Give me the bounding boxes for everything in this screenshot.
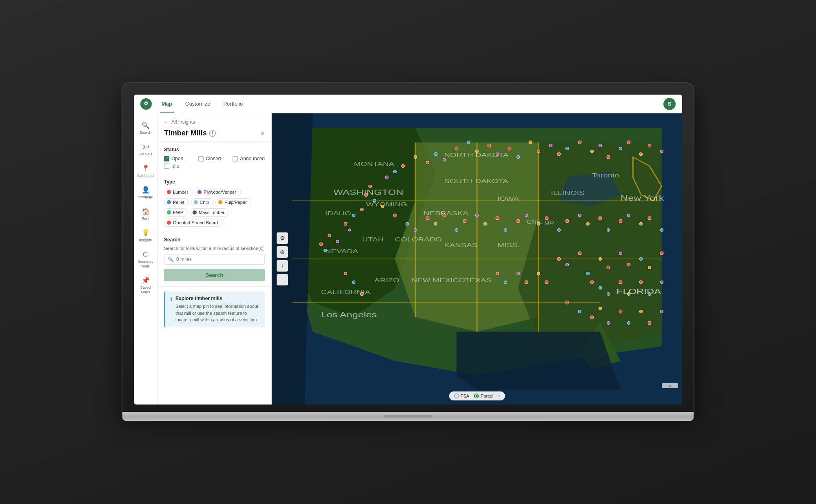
svg-text:KANSAS: KANSAS xyxy=(444,242,478,248)
chip-pulp-paper[interactable]: Pulp/Paper xyxy=(215,198,251,206)
back-link-label: All Insights xyxy=(171,119,195,125)
scale-label: ● xyxy=(669,384,671,388)
status-section: Status Open Closed xyxy=(157,142,271,174)
main-content: 🔍 Search 🏷 For Sale 📍 Sold Land 👤 Mortga… xyxy=(134,113,682,405)
zoom-in-button[interactable]: + xyxy=(277,260,288,272)
sidebar-label-mortgage: Mortgage xyxy=(137,195,153,199)
panel-title-row: Timber Mills i × xyxy=(164,129,265,137)
sidebar-label-sold-land: Sold Land xyxy=(137,174,154,178)
panel: ← All Insights Timber Mills i × xyxy=(157,113,272,405)
info-box-title: Explore timber mills xyxy=(175,296,260,301)
panel-header: ← All Insights Timber Mills i × xyxy=(157,113,271,142)
user-avatar[interactable]: S xyxy=(663,98,676,110)
rent-icon: 🏠 xyxy=(141,207,150,216)
search-label: Search xyxy=(164,237,265,243)
svg-text:NEBRASKA: NEBRASKA xyxy=(424,210,468,217)
sidebar-label-for-sale: For Sale xyxy=(138,152,152,157)
settings-button[interactable]: ⚙ xyxy=(277,232,288,244)
status-idle-label: Idle xyxy=(171,163,179,169)
sidebar-item-rent[interactable]: 🏠 Rent xyxy=(135,203,156,224)
svg-text:NEVADA: NEVADA xyxy=(325,248,359,254)
sidebar-item-boundary-tools[interactable]: ⬡ Boundary Tools xyxy=(135,247,156,272)
checkbox-open[interactable] xyxy=(164,156,169,161)
nav-tabs: Map Customize Portfolio xyxy=(160,95,663,112)
map-area[interactable]: WASHINGTON MONTANA NORTH DAKOTA SOUTH DA… xyxy=(272,113,682,405)
sidebar-label-rent: Rent xyxy=(142,217,149,221)
fsa-radio-dot xyxy=(454,393,459,398)
svg-text:Toronto: Toronto xyxy=(592,172,619,179)
svg-text:MONTANA: MONTANA xyxy=(354,160,394,167)
fsa-label: FSA xyxy=(461,393,469,398)
search-section: Search Search for Mills within a mile ra… xyxy=(157,232,271,287)
svg-text:CALIFORNIA: CALIFORNIA xyxy=(321,289,370,295)
sidebar-item-for-sale[interactable]: 🏷 For Sale xyxy=(135,139,156,160)
status-idle[interactable]: Idle xyxy=(164,163,195,169)
svg-text:Chic go: Chic go xyxy=(526,219,554,225)
chip-chip[interactable]: Chip xyxy=(191,198,214,206)
sidebar-label-boundary-tools: Boundary Tools xyxy=(137,260,155,269)
status-announced[interactable]: Announced xyxy=(233,156,265,161)
checkbox-closed[interactable] xyxy=(198,156,204,161)
status-open[interactable]: Open xyxy=(164,156,195,161)
status-grid: Open Closed Announced xyxy=(164,156,265,169)
map-background: WASHINGTON MONTANA NORTH DAKOTA SOUTH DA… xyxy=(272,113,682,405)
parcel-label: Parcel xyxy=(481,393,493,398)
panel-title-text: Timber Mills xyxy=(164,129,207,137)
svg-text:ARIZO: ARIZO xyxy=(375,277,399,283)
scale-control: ● xyxy=(662,383,678,388)
tab-portfolio[interactable]: Portfolio xyxy=(222,96,244,113)
svg-text:MISS.: MISS. xyxy=(497,242,520,248)
chip-plywood[interactable]: Plywood/Veneer xyxy=(195,188,241,196)
svg-text:IDAHO: IDAHO xyxy=(325,210,351,217)
status-closed[interactable]: Closed xyxy=(198,156,229,161)
chip-lumber[interactable]: Lumber xyxy=(164,188,193,196)
svg-text:NORTH DAKOTA: NORTH DAKOTA xyxy=(444,152,509,158)
laptop-container: Map Customize Portfolio S 🔍 Search 🏷 Fo xyxy=(122,83,694,421)
fsa-radio[interactable]: FSA xyxy=(454,393,469,398)
zoom-out-button[interactable]: − xyxy=(277,274,288,285)
chip-osb[interactable]: Oriented Strand Board xyxy=(164,219,222,227)
parcel-radio[interactable]: Parcel xyxy=(474,393,493,398)
chips-container: LumberPlywood/VeneerPelletChipPulp/Paper… xyxy=(164,188,265,227)
info-icon[interactable]: i xyxy=(209,130,216,137)
sidebar-item-sold-land[interactable]: 📍 Sold Land xyxy=(135,161,156,181)
sidebar-item-search[interactable]: 🔍 Search xyxy=(135,117,156,138)
chip-ewp[interactable]: EWP xyxy=(164,208,188,217)
logo-icon[interactable] xyxy=(140,98,152,110)
close-button[interactable]: × xyxy=(260,130,265,137)
back-link[interactable]: ← All Insights xyxy=(164,119,265,125)
svg-text:Los Angeles: Los Angeles xyxy=(321,310,377,318)
checkbox-announced[interactable] xyxy=(233,156,238,161)
mortgage-icon: 👤 xyxy=(141,185,150,194)
svg-text:UTAH: UTAH xyxy=(362,236,384,243)
svg-text:New York: New York xyxy=(621,194,664,202)
type-section: Type LumberPlywood/VeneerPelletChipPulp/… xyxy=(157,174,271,232)
status-open-label: Open xyxy=(171,156,183,161)
info-box: ℹ Explore timber mills Select a map pin … xyxy=(164,292,265,327)
checkbox-idle[interactable] xyxy=(164,164,169,169)
map-svg: WASHINGTON MONTANA NORTH DAKOTA SOUTH DA… xyxy=(272,113,682,405)
info-box-content: Explore timber mills Select a map pin to… xyxy=(175,296,260,323)
chip-pellet[interactable]: Pellet xyxy=(164,198,189,206)
tab-map[interactable]: Map xyxy=(160,96,174,113)
search-button[interactable]: Search xyxy=(164,269,265,281)
chip-mass-timber[interactable]: Mass Timber xyxy=(190,208,229,217)
info-box-text: Select a map pin to see information abou… xyxy=(175,303,260,323)
sidebar-item-mortgage[interactable]: 👤 Mortgage xyxy=(135,182,156,203)
status-closed-label: Closed xyxy=(206,156,221,161)
search-miles-input[interactable] xyxy=(176,256,261,262)
sidebar-label-insights: Insights xyxy=(139,238,152,243)
sidebar-item-insights[interactable]: 💡 Insights xyxy=(135,225,156,246)
saved-maps-icon: 📌 xyxy=(141,276,150,285)
search-input-wrapper: 🔍 xyxy=(164,254,265,265)
location-button[interactable]: ⊕ xyxy=(277,246,288,258)
boundary-tools-icon: ⬡ xyxy=(141,250,150,259)
status-label: Status xyxy=(164,147,265,153)
svg-text:TEXAS: TEXAS xyxy=(465,277,492,283)
svg-text:FLORIDA: FLORIDA xyxy=(616,287,661,295)
sidebar-item-saved-maps[interactable]: 📌 Saved Maps xyxy=(135,272,156,298)
tab-customize[interactable]: Customize xyxy=(184,96,212,113)
map-bottom-bar: FSA Parcel › xyxy=(449,391,505,400)
sold-land-icon: 📍 xyxy=(141,164,150,173)
for-sale-icon: 🏷 xyxy=(141,142,150,151)
